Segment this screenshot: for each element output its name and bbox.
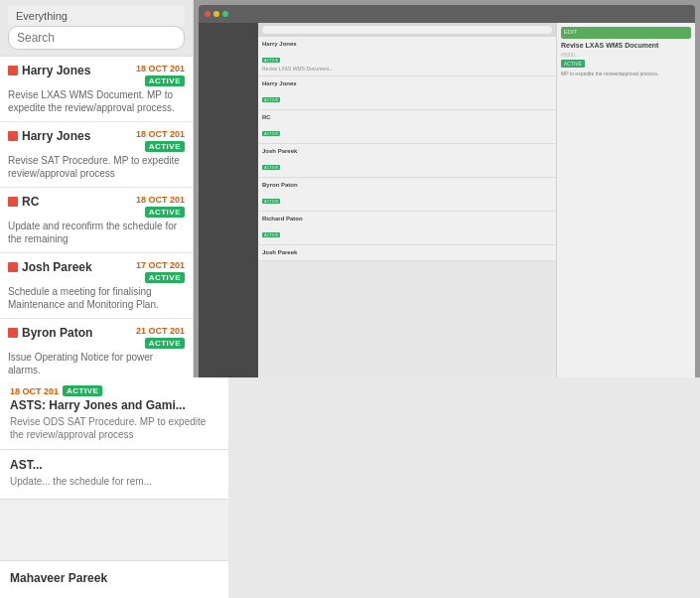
task-list-panel: Everything Harry Jones 18 OCT 201 ACTIVE… <box>0 0 194 377</box>
task-icon-4 <box>8 328 18 338</box>
mini-task-item-2: Harry Jones ACTIVE <box>258 76 556 110</box>
task-icon-3 <box>8 262 18 272</box>
task-date-2: 18 OCT 201 <box>136 195 185 205</box>
mini-detail-title: Revise LXAS WMS Document <box>561 42 691 49</box>
task-date-1: 18 OCT 201 <box>136 129 185 139</box>
task-name-4: Byron Paton <box>22 326 136 340</box>
mini-task-item-7: Josh Pareek <box>258 245 556 261</box>
mini-green-bar: EDIT <box>561 27 691 39</box>
mini-task-item-4: Josh Pareek ACTIVE <box>258 144 556 178</box>
close-dot <box>205 11 210 17</box>
task-badge-2: ACTIVE <box>145 207 185 218</box>
mini-task-name-1: Harry Jones <box>262 41 552 47</box>
task-icon-0 <box>8 66 18 75</box>
mini-active-badge: ACTIVE <box>561 60 585 68</box>
left-list-section: 18 OCT 201 ACTIVE ASTS: Harry Jones and … <box>0 377 228 598</box>
mini-task-name-4: Josh Pareek <box>262 148 552 154</box>
app-overlay: Harry Jones ACTIVE Revise LXAS WMS Docum… <box>199 5 695 392</box>
task-name-0: Harry Jones <box>22 64 136 77</box>
list-desc-2: Update... the schedule for rem... <box>10 475 218 488</box>
mini-task-name-7: Josh Pareek <box>262 249 552 255</box>
mini-detail-panel: EDIT Revise LXAS WMS Document #0000... A… <box>556 23 695 392</box>
task-item-2[interactable]: RC 18 OCT 201 ACTIVE Update and reconfir… <box>0 188 193 253</box>
mini-badge-4: ACTIVE <box>262 165 280 170</box>
minimize-dot <box>213 11 219 17</box>
main-screenshot-area: Harry Jones ACTIVE Revise LXAS WMS Docum… <box>194 0 700 397</box>
mini-badge-2: ACTIVE <box>262 97 280 102</box>
mini-task-item-6: Richard Paton ACTIVE <box>258 212 556 245</box>
mahaveer-item[interactable]: Mahaveer Pareek <box>0 560 228 598</box>
search-input[interactable] <box>8 26 185 50</box>
list-title-2: AST... <box>10 458 218 472</box>
task-desc-0: Revise LXAS WMS Document. MP to expedite… <box>8 88 185 114</box>
mini-task-item-5: Byron Paton ACTIVE <box>258 178 556 212</box>
task-badge-4: ACTIVE <box>145 338 185 349</box>
task-name-2: RC <box>22 195 136 209</box>
list-title-1: ASTS: Harry Jones and Gami... <box>10 398 218 412</box>
task-date-3: 17 OCT 201 <box>136 260 185 270</box>
list-item-asts-harry[interactable]: 18 OCT 201 ACTIVE ASTS: Harry Jones and … <box>0 377 228 450</box>
task-item-3[interactable]: Josh Pareek 17 OCT 201 ACTIVE Schedule a… <box>0 253 193 319</box>
task-date-0: 18 OCT 201 <box>136 64 185 74</box>
list-item-ast[interactable]: AST... Update... the schedule for rem... <box>0 450 228 500</box>
mini-badge-1: ACTIVE <box>262 58 280 63</box>
filter-label: Everything <box>8 6 185 26</box>
search-bar-area: Everything <box>0 0 193 57</box>
mahaveer-name: Mahaveer Pareek <box>10 571 218 585</box>
list-date-1: 18 OCT 201 <box>10 386 59 396</box>
task-desc-4: Issue Operating Notice for power alarms. <box>8 351 185 376</box>
mini-task-item-1: Harry Jones ACTIVE Revise LXAS WMS Docum… <box>258 37 556 76</box>
mini-task-desc-1: Revise LXAS WMS Document... <box>262 66 552 72</box>
task-list-container: Harry Jones 18 OCT 201 ACTIVE Revise LXA… <box>0 57 193 377</box>
mini-task-name-2: Harry Jones <box>262 80 552 86</box>
app-content: Harry Jones ACTIVE Revise LXAS WMS Docum… <box>199 23 695 392</box>
task-badge-3: ACTIVE <box>145 272 185 283</box>
task-desc-3: Schedule a meeting for finalising Mainte… <box>8 285 185 311</box>
app-header-bar <box>199 5 695 23</box>
task-desc-2: Update and reconfirm the schedule for th… <box>8 220 185 245</box>
task-icon-1 <box>8 131 18 141</box>
mini-search-area <box>258 23 556 37</box>
maximize-dot <box>222 11 228 17</box>
bottom-panel: 18 OCT 201 ACTIVE ASTS: Harry Jones and … <box>0 377 700 598</box>
mini-task-item-3: RC ACTIVE <box>258 110 556 144</box>
task-date-4: 21 OCT 201 <box>136 326 185 336</box>
mini-detail-desc: MP to expedite the review/approval proce… <box>561 71 691 77</box>
mini-search-bar <box>262 26 552 34</box>
mini-task-list: Harry Jones ACTIVE Revise LXAS WMS Docum… <box>258 23 556 392</box>
list-badge-1: ACTIVE <box>63 385 102 396</box>
screenshot-bg: Harry Jones ACTIVE Revise LXAS WMS Docum… <box>194 0 700 397</box>
task-item-1[interactable]: Harry Jones 18 OCT 201 ACTIVE Revise SAT… <box>0 122 193 188</box>
task-name-3: Josh Pareek <box>22 260 136 274</box>
mini-sidebar <box>199 23 258 392</box>
task-name-1: Harry Jones <box>22 129 136 143</box>
mini-badge-6: ACTIVE <box>262 232 280 237</box>
task-icon-2 <box>8 197 18 207</box>
task-desc-1: Revise SAT Procedure. MP to expedite rev… <box>8 154 185 180</box>
list-desc-1: Revise ODS SAT Procedure. MP to expedite… <box>10 415 218 441</box>
mini-task-name-6: Richard Paton <box>262 216 552 222</box>
task-badge-0: ACTIVE <box>145 75 185 86</box>
mini-badge-3: ACTIVE <box>262 131 280 136</box>
task-item-0[interactable]: Harry Jones 18 OCT 201 ACTIVE Revise LXA… <box>0 57 193 122</box>
mini-task-name-3: RC <box>262 114 552 120</box>
mini-badge-5: ACTIVE <box>262 199 280 204</box>
mini-task-name-5: Byron Paton <box>262 182 552 188</box>
mini-ticket-num: #0000... <box>561 52 691 58</box>
task-item-4[interactable]: Byron Paton 21 OCT 201 ACTIVE Issue Oper… <box>0 319 193 377</box>
task-badge-1: ACTIVE <box>145 141 185 152</box>
list-item-header-1: 18 OCT 201 ACTIVE <box>10 385 218 396</box>
